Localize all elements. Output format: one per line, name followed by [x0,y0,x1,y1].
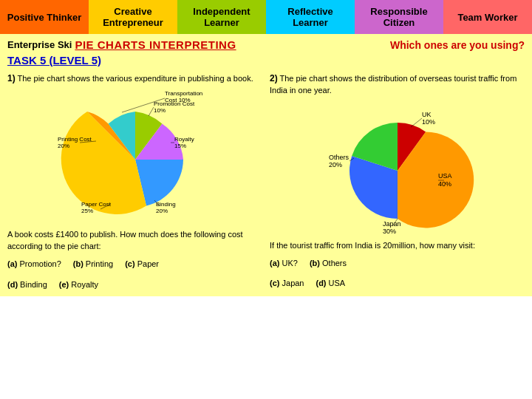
chart1-description: 1) The pie chart shows the various expen… [7,72,262,85]
chart2-answer-a: (a) UK? [270,256,298,271]
svg-text:40%: 40% [438,180,451,188]
nav-label-responsible: Responsible Citizen [361,6,437,28]
chart2-answers2: (c) Japan (d) USA [270,276,525,291]
svg-text:30%: 30% [383,228,396,233]
pie-charts-title: PIE CHARTS INTERPRETING [75,38,236,51]
chart1-answer-a: (a) Promotion? [7,257,61,272]
task-label: TASK 5 (LEVEL 5) [7,54,525,66]
svg-text:20%: 20% [156,208,168,214]
chart1-column: 1) The pie chart shows the various expen… [7,72,262,292]
chart1-container: Promotion Cost 10% Royalty 15% Binding 2… [7,89,262,222]
label-uk: UK [422,111,432,118]
nav-positive-thinker[interactable]: Positive Thinker [0,0,89,34]
label-royalty: Royalty [174,136,194,143]
label-others: Others [329,154,349,161]
chart1-answer-row1: (a) Promotion? (b) Printing (c) Paper [7,257,262,272]
nav-label-team: Team Worker [457,12,517,23]
svg-text:20%: 20% [58,143,69,149]
enterprise-label: Enterprise Ski [7,39,72,50]
svg-text:25%: 25% [81,208,93,214]
nav-label-reflective: Reflective Learner [272,6,349,28]
label-usa: USA [438,172,452,180]
nav-label-creative: Creative Entrepreneur [95,6,171,28]
chart1-answer-e: (e) Royalty [59,278,98,293]
svg-text:10%: 10% [422,118,435,126]
nav-independent-learner[interactable]: Independent Learner [177,0,266,34]
chart1-answer-c: (c) Paper [125,257,159,272]
chart2-question: If the tourist traffic from India is 20m… [270,239,525,252]
nav-creative-entrepreneur[interactable]: Creative Entrepreneur [89,0,177,34]
chart1-svg: Promotion Cost 10% Royalty 15% Binding 2… [50,89,220,222]
chart2-answer-c: (c) Japan [270,276,304,291]
label-printing: Printing Cost [58,136,92,143]
nav-team-worker[interactable]: Team Worker [443,0,532,34]
svg-text:Cost 10%: Cost 10% [165,97,191,103]
chart1-answer-d: (d) Binding [7,278,47,293]
chart2-answer-row2: (c) Japan (d) USA [270,276,525,291]
chart2-answer-row1: (a) UK? (b) Others [270,256,525,271]
label-japan: Japan [383,220,401,228]
label-binding: Binding [156,201,176,208]
line-promotion [149,107,154,116]
chart2-prefix: 2) [270,73,278,83]
which-ones-label: Which ones are you using? [390,39,525,51]
svg-text:15%: 15% [174,143,186,149]
two-column-layout: 1) The pie chart shows the various expen… [7,72,525,292]
chart1-desc-text: The pie chart shows the various expendit… [18,74,253,83]
chart1-question: A book costs £1400 to publish. How much … [7,228,262,253]
label-paper: Paper Cost [81,201,112,208]
nav-reflective-learner[interactable]: Reflective Learner [266,0,355,34]
label-transport: Transportation [165,90,202,97]
chart2-container: UK 10% USA 40% Japan 30% Others 20% [270,100,525,233]
main-content: Enterprise Ski PIE CHARTS INTERPRETING W… [0,34,532,296]
chart2-answers: (a) UK? (b) Others [270,256,525,271]
chart2-column: 2) The pie chart shows the distribution … [270,72,525,292]
top-navigation: Positive Thinker Creative Entrepreneur I… [0,0,532,34]
title-bar: Enterprise Ski PIE CHARTS INTERPRETING W… [7,38,525,51]
svg-text:10%: 10% [154,107,166,114]
chart2-answer-b: (b) Others [310,256,347,271]
chart2-svg: UK 10% USA 40% Japan 30% Others 20% [313,100,482,233]
svg-text:20%: 20% [329,161,342,168]
chart1-answers2: (d) Binding (e) Royalty [7,278,262,293]
chart2-description: 2) The pie chart shows the distribution … [270,72,525,96]
chart1-prefix: 1) [7,73,16,83]
line-uk [411,118,422,127]
nav-label-independent: Independent Learner [183,6,260,28]
chart1-answer-b: (b) Printing [73,257,113,272]
nav-label-positive: Positive Thinker [7,12,81,23]
chart1-answers: (a) Promotion? (b) Printing (c) Paper [7,257,262,272]
chart2-answer-d: (d) USA [316,276,345,291]
nav-responsible-citizen[interactable]: Responsible Citizen [355,0,443,34]
chart1-answer-row2: (d) Binding (e) Royalty [7,278,262,293]
chart2-desc-text: The pie chart shows the distribution of … [270,74,516,95]
